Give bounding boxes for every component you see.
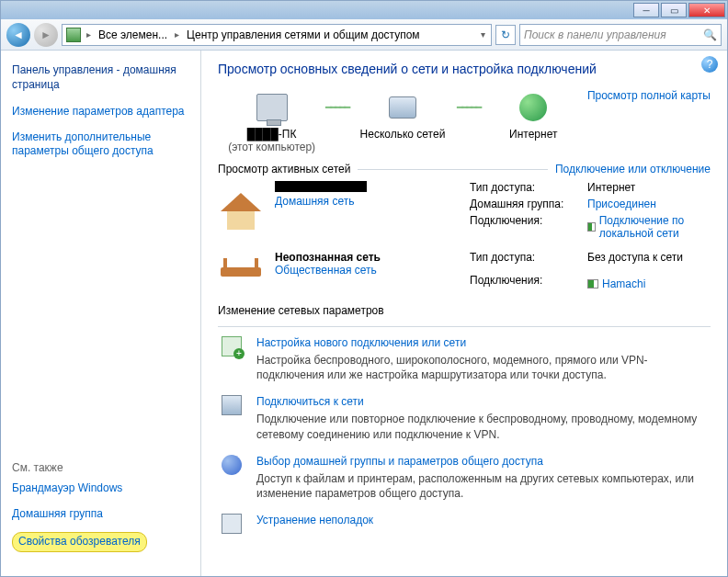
- node-sublabel: (этот компьютер): [218, 141, 325, 153]
- signal-icon: [587, 279, 598, 288]
- computer-icon: [256, 94, 288, 121]
- dropdown-icon[interactable]: ▾: [479, 29, 487, 40]
- prop-key: Подключения:: [470, 214, 580, 240]
- connect-icon: [222, 395, 242, 415]
- task-link[interactable]: Устранение неполадок: [256, 514, 373, 526]
- task-desc: Настройка беспроводного, широкополосного…: [256, 353, 707, 382]
- map-node-networks: Несколько сетей: [348, 89, 456, 141]
- active-networks-label: Просмотр активных сетей: [218, 163, 350, 175]
- prop-value: Без доступа к сети: [587, 251, 711, 270]
- prop-value: Интернет: [587, 181, 711, 194]
- map-node-internet: Интернет: [480, 89, 587, 141]
- bench-icon: [221, 267, 261, 277]
- troubleshoot-icon: [222, 514, 242, 534]
- connect-disconnect-link[interactable]: Подключение или отключение: [555, 163, 711, 175]
- task-troubleshoot: Устранение неполадок: [218, 514, 711, 534]
- close-button[interactable]: ✕: [688, 3, 725, 17]
- node-label: Интернет: [480, 128, 587, 141]
- minimize-button[interactable]: ─: [633, 3, 659, 17]
- task-connect: Подключиться к сети Подключение или повт…: [218, 395, 711, 441]
- network-name: Неопознанная сеть: [275, 251, 381, 264]
- breadcrumb-seg[interactable]: Все элемен...: [97, 28, 169, 41]
- globe-icon: [519, 94, 547, 121]
- task-link[interactable]: Выбор домашней группы и параметров общег…: [256, 455, 707, 468]
- change-settings-label: Изменение сетевых параметров: [218, 304, 711, 317]
- house-icon: [221, 193, 261, 211]
- homegroup-link[interactable]: Домашняя группа: [12, 507, 189, 522]
- task-link[interactable]: Подключиться к сети: [256, 395, 707, 408]
- prop-key: Домашняя группа:: [470, 198, 580, 210]
- search-placeholder: Поиск в панели управления: [524, 28, 666, 41]
- task-new-connection: Настройка нового подключения или сети На…: [218, 336, 711, 382]
- node-label: Несколько сетей: [348, 128, 456, 141]
- main-content: ? Просмотр основных сведений о сети и на…: [201, 51, 727, 576]
- task-desc: Подключение или повторное подключение к …: [256, 412, 707, 441]
- see-also-label: См. также: [12, 461, 189, 474]
- breadcrumb-seg[interactable]: Центр управления сетями и общим доступом: [185, 28, 422, 41]
- network-block-public: Неопознанная сеть Общественная сеть Тип …: [218, 251, 711, 293]
- control-panel-icon: [66, 28, 81, 42]
- address-bar[interactable]: ▸ Все элемен... ▸ Центр управления сетям…: [62, 24, 492, 46]
- networks-icon: [389, 96, 416, 119]
- connection-link[interactable]: Подключение по локальной сети: [587, 214, 711, 240]
- page-title: Просмотр основных сведений о сети и наст…: [218, 62, 711, 76]
- new-connection-icon: [222, 336, 242, 356]
- advanced-sharing-link[interactable]: Изменить дополнительные параметры общего…: [12, 130, 189, 159]
- adapter-settings-link[interactable]: Изменение параметров адаптера: [12, 105, 189, 119]
- forward-button[interactable]: ►: [34, 23, 58, 47]
- task-link[interactable]: Настройка нового подключения или сети: [256, 336, 707, 349]
- navigation-bar: ◄ ► ▸ Все элемен... ▸ Центр управления с…: [1, 19, 727, 51]
- cp-home-link[interactable]: Панель управления - домашняя страница: [12, 63, 189, 92]
- share-icon: [222, 455, 242, 475]
- help-icon[interactable]: ?: [701, 56, 718, 73]
- task-desc: Доступ к файлам и принтерам, расположенн…: [256, 471, 707, 501]
- back-button[interactable]: ◄: [6, 23, 30, 47]
- task-homegroup: Выбор домашней группы и параметров общег…: [218, 455, 711, 501]
- network-type-link[interactable]: Домашняя сеть: [275, 195, 459, 208]
- chevron-right-icon: ▸: [85, 29, 93, 40]
- prop-key: Подключения:: [470, 274, 580, 293]
- titlebar: ─ ▭ ✕: [1, 1, 727, 19]
- connection-line: ━━━━━: [325, 89, 348, 126]
- sidebar: Панель управления - домашняя страница Из…: [1, 51, 201, 576]
- prop-key: Тип доступа:: [470, 181, 580, 194]
- maximize-button[interactable]: ▭: [661, 3, 687, 17]
- signal-icon: [587, 222, 596, 232]
- connection-line: ━━━━━: [457, 89, 480, 126]
- chevron-right-icon: ▸: [173, 29, 181, 40]
- connection-link[interactable]: Hamachi: [587, 274, 711, 293]
- search-icon: 🔍: [703, 28, 717, 41]
- node-label: ████-ПК: [218, 128, 325, 141]
- map-node-this-pc: ████-ПК (этот компьютер): [218, 89, 325, 153]
- network-block-home: Домашняя сеть Тип доступа: Интернет Дома…: [218, 181, 711, 240]
- network-type-link[interactable]: Общественная сеть: [275, 264, 459, 277]
- redacted-name: [275, 181, 367, 192]
- homegroup-status-link[interactable]: Присоединен: [587, 198, 711, 210]
- full-map-link[interactable]: Просмотр полной карты: [587, 89, 711, 102]
- prop-key: Тип доступа:: [470, 251, 580, 270]
- refresh-button[interactable]: ↻: [495, 25, 516, 45]
- firewall-link[interactable]: Брандмауэр Windows: [12, 481, 189, 496]
- search-input[interactable]: Поиск в панели управления 🔍: [519, 24, 722, 46]
- internet-options-link[interactable]: Свойства обозревателя: [12, 532, 147, 552]
